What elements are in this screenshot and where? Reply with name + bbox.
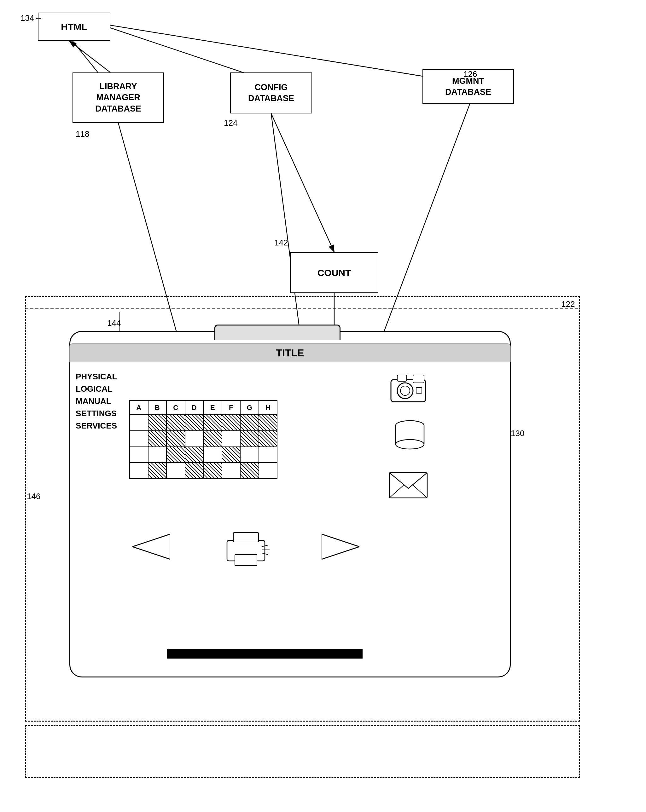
cell (130, 415, 148, 431)
cell-hatched (148, 431, 167, 447)
cell (240, 447, 259, 463)
count-box: COUNT (290, 252, 378, 293)
cell-hatched (185, 415, 204, 431)
diagram: HTML LIBRARY MANAGER DATABASE CONFIG DAT… (0, 0, 646, 812)
cell-hatched (185, 447, 204, 463)
ref-118: 118 (76, 129, 89, 139)
cell-hatched (259, 415, 277, 431)
cell (130, 447, 148, 463)
camera-icon (388, 372, 429, 404)
cell (185, 431, 204, 447)
inner-device-box (69, 331, 511, 678)
svg-line-6 (271, 113, 334, 252)
cell-hatched (148, 415, 167, 431)
envelope-icon (388, 470, 429, 502)
back-arrow-icon[interactable] (132, 533, 170, 562)
col-e: E (204, 400, 222, 415)
title-bar: TITLE (69, 343, 511, 362)
cell (204, 447, 222, 463)
config-label: CONFIG DATABASE (248, 82, 294, 104)
cell-hatched (185, 462, 204, 479)
col-g: G (240, 400, 259, 415)
data-grid: A B C D E F G H (129, 400, 277, 479)
cell-hatched (240, 431, 259, 447)
ref-124: 124 (224, 118, 237, 128)
cell-hatched (167, 447, 185, 463)
device-tab (214, 325, 340, 340)
cell-hatched (148, 462, 167, 479)
grid-area: A B C D E F G H (129, 400, 277, 479)
base-stand-box (25, 725, 580, 778)
col-f: F (222, 400, 240, 415)
cell (259, 462, 277, 479)
nav-logical[interactable]: LOGICAL (76, 384, 117, 394)
title-text: TITLE (276, 347, 304, 359)
cell (130, 462, 148, 479)
svg-line-5 (110, 25, 438, 79)
nav-menu: PHYSICAL LOGICAL MANUAL SETTINGS SERVICE… (76, 372, 117, 431)
database-icon (391, 419, 429, 452)
nav-manual[interactable]: MANUAL (76, 396, 117, 406)
printer-icon[interactable] (221, 530, 271, 568)
device-stand-connector (167, 649, 363, 659)
cell (148, 447, 167, 463)
cell-hatched (204, 462, 222, 479)
svg-line-3 (69, 41, 110, 72)
cell-hatched (259, 431, 277, 447)
forward-arrow-icon[interactable] (321, 533, 360, 562)
col-a: A (130, 400, 148, 415)
html-box: HTML (38, 12, 110, 41)
cell-hatched (240, 462, 259, 479)
ref-126: 126 (464, 69, 477, 79)
cell (130, 431, 148, 447)
html-label: HTML (61, 21, 87, 33)
svg-rect-19 (416, 388, 422, 393)
cell-hatched (167, 415, 185, 431)
cell-hatched (167, 431, 185, 447)
col-h: H (259, 400, 277, 415)
svg-rect-18 (397, 375, 407, 381)
nav-services[interactable]: SERVICES (76, 421, 117, 431)
cell (259, 447, 277, 463)
library-manager-box: LIBRARY MANAGER DATABASE (72, 72, 164, 123)
ref-142: 142 (274, 238, 288, 248)
cell-hatched (204, 431, 222, 447)
col-d: D (185, 400, 204, 415)
svg-marker-35 (321, 534, 360, 559)
svg-point-16 (400, 386, 410, 395)
svg-rect-25 (389, 473, 427, 498)
nav-physical[interactable]: PHYSICAL (76, 372, 117, 382)
svg-rect-31 (235, 554, 257, 566)
nav-settings[interactable]: SETTINGS (76, 409, 117, 418)
ref-134: 134← (20, 13, 42, 23)
col-c: C (167, 400, 185, 415)
col-b: B (148, 400, 167, 415)
cell (222, 431, 240, 447)
cell-hatched (204, 415, 222, 431)
svg-rect-17 (413, 375, 424, 383)
cell (167, 462, 185, 479)
cell-hatched (240, 415, 259, 431)
library-label: LIBRARY MANAGER DATABASE (95, 81, 141, 114)
cell-hatched (222, 447, 240, 463)
count-label: COUNT (317, 267, 351, 279)
svg-point-24 (396, 440, 424, 449)
svg-marker-28 (132, 534, 170, 559)
config-database-box: CONFIG DATABASE (230, 72, 312, 113)
svg-rect-30 (233, 533, 259, 542)
cell (222, 462, 240, 479)
cell-hatched (222, 415, 240, 431)
